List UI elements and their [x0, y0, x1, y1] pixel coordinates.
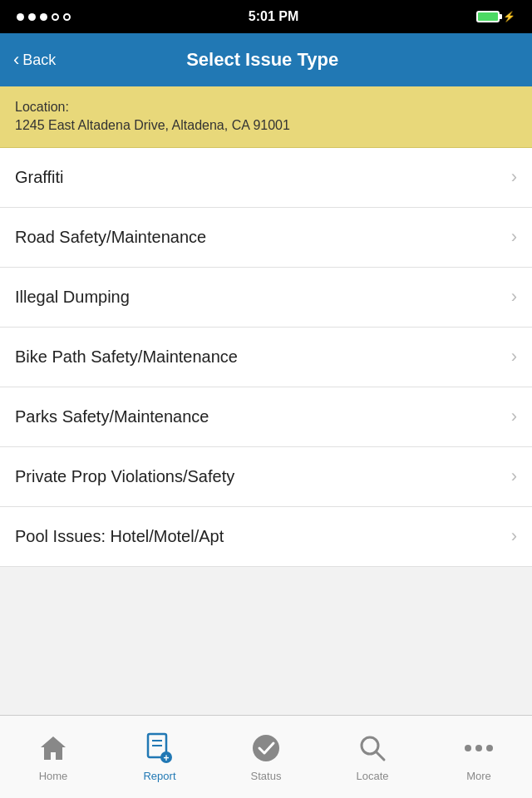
status-time: 5:01 PM [249, 9, 298, 24]
more-icon [462, 732, 495, 765]
back-chevron-icon: ‹ [13, 51, 19, 69]
tab-report[interactable]: + Report [106, 716, 213, 798]
tab-more[interactable]: More [426, 716, 532, 798]
chevron-right-icon: › [511, 406, 517, 427]
tab-bar: Home + Report Status [0, 715, 532, 798]
list-item[interactable]: Illegal Dumping› [0, 268, 532, 328]
home-icon [37, 732, 70, 765]
report-tab-label: Report [143, 770, 175, 782]
issue-name: Graffiti [15, 168, 64, 187]
more-tab-label: More [466, 770, 491, 782]
list-item[interactable]: Bike Path Safety/Maintenance› [0, 328, 532, 387]
issue-name: Pool Issues: Hotel/Motel/Apt [15, 527, 224, 546]
page-title: Select Issue Type [56, 49, 469, 71]
chevron-right-icon: › [511, 286, 517, 308]
battery-icon [476, 11, 500, 22]
more-dot-2 [475, 745, 482, 751]
issue-name: Private Prop Violations/Safety [15, 467, 234, 486]
location-label: Location: [15, 98, 517, 116]
signal-indicator [17, 13, 71, 21]
signal-dot-4 [52, 13, 59, 21]
status-bar: 5:01 PM ⚡ [0, 0, 532, 33]
tab-home[interactable]: Home [0, 716, 106, 798]
tab-status[interactable]: Status [213, 716, 319, 798]
charging-icon: ⚡ [503, 11, 515, 22]
list-item[interactable]: Road Safety/Maintenance› [0, 208, 532, 268]
battery-indicator: ⚡ [476, 11, 515, 22]
signal-dot-1 [17, 13, 24, 21]
more-dot-1 [465, 745, 471, 751]
locate-icon [356, 732, 389, 765]
list-item[interactable]: Parks Safety/Maintenance› [0, 387, 532, 447]
home-tab-label: Home [39, 770, 68, 782]
issue-list: Graffiti›Road Safety/Maintenance›Illegal… [0, 148, 532, 567]
chevron-right-icon: › [511, 166, 517, 188]
issue-name: Illegal Dumping [15, 288, 130, 307]
list-item[interactable]: Private Prop Violations/Safety› [0, 447, 532, 507]
svg-line-7 [376, 751, 384, 760]
svg-point-5 [253, 735, 279, 761]
issue-name: Road Safety/Maintenance [15, 228, 206, 247]
status-icon [249, 732, 283, 765]
back-button[interactable]: ‹ Back [13, 51, 56, 69]
issue-name: Parks Safety/Maintenance [15, 407, 209, 426]
signal-dot-2 [28, 13, 36, 21]
status-tab-label: Status [251, 770, 282, 782]
issue-list-container: Graffiti›Road Safety/Maintenance›Illegal… [0, 148, 532, 776]
locate-tab-label: Locate [356, 770, 388, 782]
report-icon: + [143, 732, 176, 765]
more-dot-3 [486, 745, 493, 751]
location-banner: Location: 1245 East Altadena Drive, Alta… [0, 86, 532, 148]
list-item[interactable]: Pool Issues: Hotel/Motel/Apt› [0, 507, 532, 567]
chevron-right-icon: › [511, 525, 517, 547]
signal-dot-5 [63, 13, 71, 21]
location-address: 1245 East Altadena Drive, Altadena, CA 9… [15, 116, 517, 135]
issue-name: Bike Path Safety/Maintenance [15, 347, 238, 367]
navigation-bar: ‹ Back Select Issue Type [0, 33, 532, 86]
chevron-right-icon: › [511, 466, 517, 487]
svg-text:+: + [163, 752, 169, 764]
signal-dot-3 [40, 13, 47, 21]
list-item[interactable]: Graffiti› [0, 148, 532, 208]
chevron-right-icon: › [511, 226, 517, 248]
back-label: Back [22, 52, 56, 69]
chevron-right-icon: › [511, 346, 517, 367]
tab-locate[interactable]: Locate [319, 716, 426, 798]
